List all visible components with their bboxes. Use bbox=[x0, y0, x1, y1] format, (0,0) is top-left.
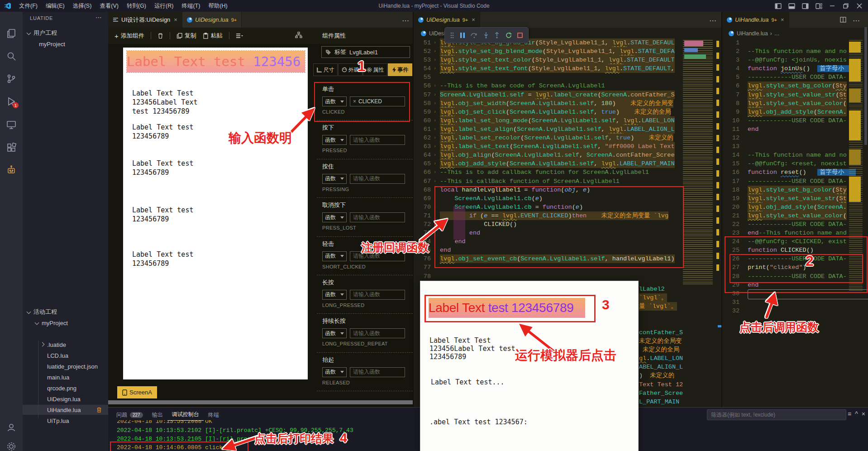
code-line-28[interactable]: 28------------USER CODE DATA- bbox=[722, 272, 868, 281]
toggle-sidebar-icon[interactable] bbox=[772, 1, 784, 11]
file-main.lua[interactable]: main.lua bbox=[23, 372, 108, 382]
code-line-1[interactable]: 1 bbox=[722, 38, 868, 47]
code-line-26[interactable]: 26------------USER CODE DATA- bbox=[722, 254, 868, 263]
label-component[interactable]: Label Text test 123456789 bbox=[132, 206, 193, 224]
copy-button[interactable]: 复制 bbox=[176, 32, 196, 40]
paste-button[interactable]: 粘贴 bbox=[203, 32, 223, 40]
delete-component-button[interactable] bbox=[157, 33, 163, 39]
right-editor-scrollbar[interactable] bbox=[864, 27, 867, 145]
event-type-dropdown[interactable]: 函数 bbox=[322, 135, 347, 145]
tab-uidesign-lua-editor[interactable]: UiDesign.lua 9+ × bbox=[414, 12, 480, 28]
selected-label-component[interactable]: Label Text test 123456 bbox=[127, 51, 305, 72]
code-line-12[interactable]: 12 bbox=[722, 134, 868, 142]
code-line-13[interactable]: 13 bbox=[722, 142, 868, 151]
menu-item-查看(V)[interactable]: 查看(V) bbox=[95, 3, 123, 9]
code-line-21[interactable]: 21lvgl.style_set_value_color( bbox=[722, 211, 868, 220]
code-line-31[interactable]: 31 bbox=[722, 298, 868, 307]
code-line-2[interactable]: 2--This function name and no bbox=[722, 47, 868, 56]
event-type-dropdown[interactable]: 函数 bbox=[322, 174, 347, 184]
menu-item-转到(G)[interactable]: 转到(G) bbox=[123, 3, 150, 9]
search-icon[interactable] bbox=[6, 51, 17, 62]
file-.luatide[interactable]: .luatide bbox=[23, 340, 108, 350]
tab-ui-designer[interactable]: UI设计器:UiDesign × bbox=[108, 12, 182, 28]
designer-editor-actions-icon[interactable]: ⋯ bbox=[402, 16, 409, 25]
code-line-25[interactable]: 25function CLICKED() bbox=[722, 246, 868, 254]
event-type-dropdown[interactable]: 函数 bbox=[322, 290, 347, 300]
mid-breadcrumb[interactable]: UiDesi bbox=[421, 29, 445, 38]
close-tab-icon[interactable]: × bbox=[781, 16, 784, 23]
file-UiHandle.lua[interactable]: UiHandle.lua bbox=[23, 405, 108, 415]
mid-editor-actions-icon[interactable]: ⋯ bbox=[709, 16, 716, 25]
tree-active-project[interactable]: myProject bbox=[23, 318, 108, 328]
split-editor-icon[interactable] bbox=[840, 17, 846, 23]
close-tab-icon[interactable]: × bbox=[174, 16, 177, 23]
customize-layout-icon[interactable] bbox=[813, 1, 825, 11]
code-line-32[interactable]: 32 bbox=[722, 307, 868, 315]
code-line-3[interactable]: 3--@@funCfg: <joinUs, noexis bbox=[722, 56, 868, 64]
right-breadcrumb[interactable]: UiHandle.lua › … bbox=[729, 29, 780, 38]
prop-tab-尺寸[interactable]: 尺寸 bbox=[313, 63, 338, 76]
filter-icon[interactable]: ≡ bbox=[848, 410, 851, 417]
minimize-button[interactable] bbox=[826, 1, 838, 11]
event-function-input[interactable]: ×CLICKED bbox=[350, 96, 405, 106]
uihandle-code-editor[interactable]: 12--This function name and no3--@@funCfg… bbox=[722, 38, 868, 407]
close-button[interactable] bbox=[854, 1, 865, 11]
code-line-29[interactable]: 29end bbox=[722, 281, 868, 289]
panel-tab-终端[interactable]: 终端 bbox=[204, 409, 224, 421]
step-over-icon[interactable] bbox=[471, 32, 478, 38]
menu-item-终端(T)[interactable]: 终端(T) bbox=[177, 3, 204, 9]
panel-tab-问题[interactable]: 问题227 bbox=[112, 409, 148, 421]
step-into-icon[interactable] bbox=[483, 32, 489, 38]
menu-item-文件(F)[interactable]: 文件(F) bbox=[15, 3, 42, 9]
code-line-18[interactable]: 18lvgl.style_set_bg_color(Sty bbox=[722, 186, 868, 194]
file-UiDesign.lua[interactable]: UiDesign.lua bbox=[23, 394, 108, 404]
screen-canvas[interactable]: Label Text test 123456 Label Text Test 1… bbox=[123, 48, 308, 379]
event-function-input[interactable]: 请输入函数 bbox=[350, 135, 405, 145]
code-line-16[interactable]: 16function reset() 首字母小 bbox=[722, 168, 868, 177]
restart-icon[interactable] bbox=[506, 32, 512, 38]
event-function-input[interactable]: 请输入函数 bbox=[350, 174, 405, 184]
code-line-17[interactable]: 17------------USER CODE DATA- bbox=[722, 177, 868, 186]
toggle-panel-icon[interactable] bbox=[786, 1, 797, 11]
settings-gear-icon[interactable] bbox=[6, 441, 17, 451]
panel-tab-调试控制台[interactable]: 调试控制台 bbox=[167, 409, 204, 421]
account-icon[interactable] bbox=[6, 422, 17, 433]
event-function-input[interactable]: 请输入函数 bbox=[350, 212, 405, 222]
step-out-icon[interactable] bbox=[494, 32, 500, 38]
prop-tab-事件[interactable]: 事件 bbox=[388, 63, 412, 76]
code-line-7[interactable]: 7lvgl.style_set_value_str(St bbox=[722, 91, 868, 99]
component-tree-icon[interactable] bbox=[295, 32, 302, 38]
code-line-19[interactable]: 19lvgl.style_set_value_str(St bbox=[722, 194, 868, 203]
event-type-dropdown[interactable]: 函数 bbox=[322, 96, 347, 106]
code-line-4[interactable]: 4function joinUs() 首字母小 bbox=[722, 64, 868, 73]
event-type-dropdown[interactable]: 函数 bbox=[322, 367, 347, 377]
code-line-27[interactable]: 27print("clicked") bbox=[722, 263, 868, 272]
clear-icon[interactable]: × bbox=[353, 98, 356, 105]
restore-button[interactable] bbox=[840, 1, 852, 11]
label-component[interactable]: Label Text test 123456789 bbox=[132, 250, 193, 268]
close-panel-icon[interactable]: × bbox=[862, 410, 865, 417]
event-function-input[interactable]: 请输入函数 bbox=[350, 367, 405, 377]
code-line-8[interactable]: 8lvgl.style_set_value_color( bbox=[722, 99, 868, 108]
right-editor-actions-icon[interactable]: ⋯ bbox=[853, 16, 860, 25]
code-line-22[interactable]: 22------------USER CODE DATA- bbox=[722, 220, 868, 229]
sort-components-button[interactable] bbox=[236, 33, 243, 39]
file-luatide_project.json[interactable]: luatide_project.json bbox=[23, 361, 108, 371]
code-line-6[interactable]: 6lvgl.style_set_bg_color(Sty bbox=[722, 82, 868, 90]
extensions-icon[interactable] bbox=[6, 142, 17, 153]
editor-sash[interactable] bbox=[721, 12, 722, 407]
event-type-dropdown[interactable]: 函数 bbox=[322, 328, 347, 338]
close-tab-icon[interactable]: × bbox=[472, 16, 475, 23]
file-qrcode.png[interactable]: qrcode.png bbox=[23, 383, 108, 393]
debug-filter-input[interactable] bbox=[707, 409, 846, 420]
code-line-10[interactable]: 10------------USER CODE DATA- bbox=[722, 116, 868, 125]
file-UiTp.lua[interactable]: UiTp.lua bbox=[23, 416, 108, 426]
event-type-dropdown[interactable]: 函数 bbox=[322, 212, 347, 222]
prop-tab-属性[interactable]: 属性 bbox=[363, 63, 387, 76]
label-component[interactable]: Label Text test 123456789 bbox=[132, 159, 193, 177]
code-line-14[interactable]: 14--This function name and no bbox=[722, 151, 868, 159]
screen-a-tab[interactable]: ScreenA bbox=[117, 386, 157, 398]
source-control-icon[interactable] bbox=[6, 73, 17, 84]
tree-user-project-section[interactable]: 用户工程 bbox=[23, 28, 108, 38]
code-line-24[interactable]: 24--@@funCfg: <CLICKED, exist bbox=[722, 237, 868, 246]
